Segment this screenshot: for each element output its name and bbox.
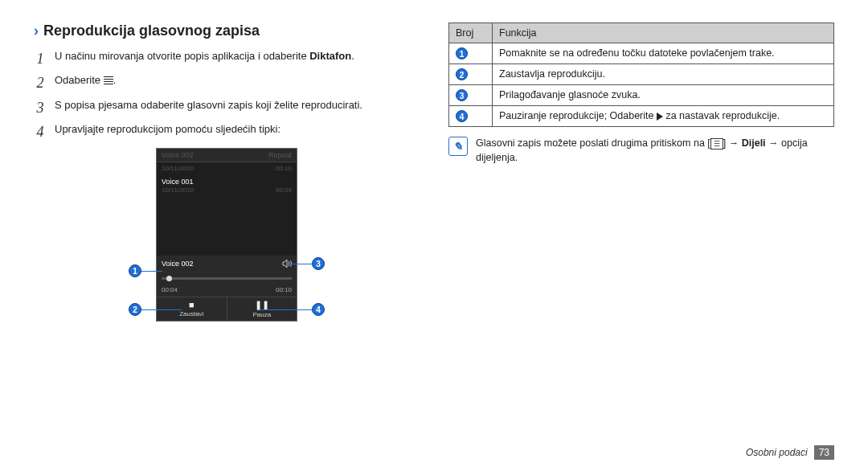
step-text: U načinu mirovanja otvorite popis aplika… <box>55 50 309 62</box>
menu-key-icon: ☰ <box>710 138 723 149</box>
step-text: S popisa pjesama odaberite glasovni zapi… <box>55 98 420 117</box>
step-number: 4 <box>34 122 47 141</box>
step-text-post: . <box>351 50 354 62</box>
note-box: ✎ Glasovni zapis možete poslati drugima … <box>448 137 834 165</box>
step-text: Upravljajte reprodukcijom pomoću sljedeć… <box>55 122 420 141</box>
phone-list-title: Voice 001 <box>162 178 292 186</box>
note-bold: Dijeli <box>742 137 766 149</box>
footer-section: Osobni podaci <box>746 447 808 458</box>
phone-list-sub-left: 10/11/2010 <box>162 186 194 194</box>
table-row-text: Prilagođavanje glasnoće zvuka. <box>493 85 834 106</box>
phone-list-sub-right: 00:04 <box>276 186 292 194</box>
table-row-num: 2 <box>449 64 493 85</box>
section-heading: › Reprodukcija glasovnog zapisa <box>34 23 420 39</box>
step-number: 2 <box>34 73 47 92</box>
table-row-text: Pauziranje reprodukcije; Odaberite za na… <box>493 106 834 127</box>
step-text: Odaberite <box>55 74 104 86</box>
step-bold: Diktafon <box>309 50 351 62</box>
phone-screenshot: Voice 002 Repeat 10/11/2010 00:10 Voice … <box>156 148 297 322</box>
note-text-mid: ] → <box>723 137 742 149</box>
table-row-num: 3 <box>449 85 493 106</box>
table-header-broj: Broj <box>449 23 493 43</box>
time-elapsed: 00:04 <box>162 286 178 293</box>
page-footer: Osobni podaci 73 <box>746 445 834 460</box>
table-row-num: 1 <box>449 43 493 64</box>
chevron-icon: › <box>34 23 39 39</box>
stop-icon: ■ <box>157 300 227 309</box>
pause-label: Pauza <box>252 311 271 318</box>
phone-header-sub-right: 00:10 <box>276 165 292 172</box>
step-number: 1 <box>34 49 47 68</box>
callout-4: 4 <box>312 303 325 316</box>
step-4: 4 Upravljajte reprodukcijom pomoću sljed… <box>34 122 420 141</box>
step-text-post: . <box>113 74 117 86</box>
time-total: 00:10 <box>276 286 292 293</box>
function-table: Broj Funkcija 1 Pomaknite se na određenu… <box>448 23 834 127</box>
step-number: 3 <box>34 98 47 117</box>
callout-2: 2 <box>129 303 141 316</box>
stop-label: Zaustavi <box>179 310 203 317</box>
phone-header-right: Repeat <box>268 151 292 159</box>
phone-header-left: Voice 002 <box>162 151 194 159</box>
callout-3: 3 <box>312 257 325 270</box>
list-icon <box>104 76 113 86</box>
step-1: 1 U načinu mirovanja otvorite popis apli… <box>34 49 420 68</box>
seek-bar[interactable] <box>162 273 292 283</box>
phone-header-sub-left: 10/11/2010 <box>162 165 194 172</box>
table-row-num: 4 <box>449 106 493 127</box>
page-number: 73 <box>814 445 834 460</box>
table-header-funkcija: Funkcija <box>493 23 834 43</box>
note-text-pre: Glasovni zapis možete poslati drugima pr… <box>476 137 710 149</box>
heading-text: Reprodukcija glasovnog zapisa <box>43 23 260 39</box>
table-row-text: Zaustavlja reprodukciju. <box>493 64 834 85</box>
step-2: 2 Odaberite . <box>34 73 420 92</box>
now-playing-title: Voice 002 <box>162 260 194 268</box>
note-icon: ✎ <box>448 137 468 156</box>
step-3: 3 S popisa pjesama odaberite glasovni za… <box>34 98 420 117</box>
play-icon <box>657 113 663 121</box>
table-row-text: Pomaknite se na određenu točku datoteke … <box>493 43 834 64</box>
callout-1: 1 <box>129 264 141 277</box>
